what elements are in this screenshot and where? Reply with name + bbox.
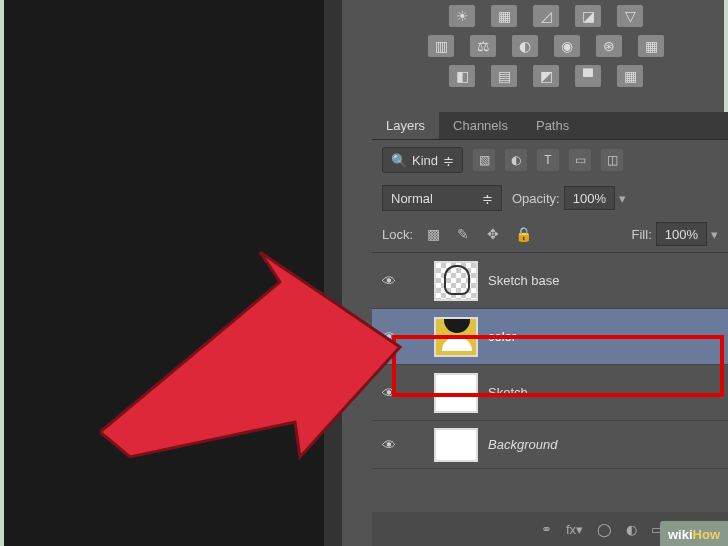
invert-icon[interactable]: ◧ — [449, 65, 475, 87]
posterize-icon[interactable]: ▤ — [491, 65, 517, 87]
filter-kind-label: Kind — [412, 153, 438, 168]
layer-name: Sketch — [488, 385, 528, 400]
layers-panel: Layers Channels Paths 🔍 Kind ≑ ▧ ◐ T ▭ ◫… — [372, 112, 728, 546]
lock-label: Lock: — [382, 227, 413, 242]
threshold-icon[interactable]: ◩ — [533, 65, 559, 87]
tab-layers[interactable]: Layers — [372, 112, 439, 139]
app-frame: ☀ ▦ ◿ ◪ ▽ ▥ ⚖ ◐ ◉ ⊛ ▦ ◧ ▤ ◩ ▀ ▦ Layers C… — [4, 0, 724, 546]
vibrance-icon[interactable]: ▽ — [617, 5, 643, 27]
panel-tabbar: Layers Channels Paths — [372, 112, 728, 140]
lock-transparent-icon[interactable]: ▩ — [423, 224, 443, 244]
canvas-dark — [4, 0, 324, 546]
layer-name: color — [488, 329, 516, 344]
filter-shape-icon[interactable]: ▭ — [569, 149, 591, 171]
fill-value[interactable]: 100% — [656, 222, 707, 246]
layers-list: 👁 Sketch base 👁 color 👁 Sketch 👁 — [372, 252, 728, 469]
visibility-icon[interactable]: 👁 — [378, 270, 400, 292]
balance-icon[interactable]: ⚖ — [470, 35, 496, 57]
dropdown-icon[interactable]: ▾ — [619, 191, 626, 206]
blend-mode-dropdown[interactable]: Normal ≑ — [382, 185, 502, 211]
filter-kind-dropdown[interactable]: 🔍 Kind ≑ — [382, 147, 463, 173]
lock-pixels-icon[interactable]: ✎ — [453, 224, 473, 244]
layer-row[interactable]: 👁 Background — [372, 421, 728, 469]
opacity-value[interactable]: 100% — [564, 186, 615, 210]
adjustment-icon[interactable]: ◐ — [626, 522, 637, 537]
levels-icon[interactable]: ▦ — [491, 5, 517, 27]
layer-name: Sketch base — [488, 273, 560, 288]
filter-pixel-icon[interactable]: ▧ — [473, 149, 495, 171]
layer-thumbnail[interactable] — [434, 373, 478, 413]
layer-thumbnail[interactable] — [434, 261, 478, 301]
lock-row: Lock: ▩ ✎ ✥ 🔒 Fill: 100% ▾ — [372, 216, 728, 252]
lock-position-icon[interactable]: ✥ — [483, 224, 503, 244]
opacity-label: Opacity: — [512, 191, 560, 206]
layer-row[interactable]: 👁 Sketch base — [372, 253, 728, 309]
lock-all-icon[interactable]: 🔒 — [513, 224, 533, 244]
watermark-suffix: How — [693, 527, 720, 542]
link-icon[interactable]: ⚭ — [541, 522, 552, 537]
curves-icon[interactable]: ◿ — [533, 5, 559, 27]
layer-row-selected[interactable]: 👁 color — [372, 309, 728, 365]
bw-icon[interactable]: ◐ — [512, 35, 538, 57]
layer-thumbnail[interactable] — [434, 428, 478, 462]
brightness-icon[interactable]: ☀ — [449, 5, 475, 27]
photo-filter-icon[interactable]: ◉ — [554, 35, 580, 57]
mixer-icon[interactable]: ⊛ — [596, 35, 622, 57]
filter-smart-icon[interactable]: ◫ — [601, 149, 623, 171]
visibility-icon[interactable]: 👁 — [378, 382, 400, 404]
adjustments-panel: ☀ ▦ ◿ ◪ ▽ ▥ ⚖ ◐ ◉ ⊛ ▦ ◧ ▤ ◩ ▀ ▦ — [368, 0, 724, 100]
layer-name: Background — [488, 437, 557, 452]
dropdown-icon[interactable]: ▾ — [711, 227, 718, 242]
filter-adjust-icon[interactable]: ◐ — [505, 149, 527, 171]
hue-icon[interactable]: ▥ — [428, 35, 454, 57]
fx-icon[interactable]: fx▾ — [566, 522, 583, 537]
exposure-icon[interactable]: ◪ — [575, 5, 601, 27]
dropdown-icon: ≑ — [443, 153, 454, 168]
fill-label: Fill: — [632, 227, 652, 242]
mask-icon[interactable]: ◯ — [597, 522, 612, 537]
search-icon: 🔍 — [391, 153, 407, 168]
tab-paths[interactable]: Paths — [522, 112, 583, 139]
blend-row: Normal ≑ Opacity: 100% ▾ — [372, 180, 728, 216]
filter-type-icon[interactable]: T — [537, 149, 559, 171]
selective-icon[interactable]: ▦ — [617, 65, 643, 87]
visibility-icon[interactable]: 👁 — [378, 326, 400, 348]
layer-thumbnail[interactable] — [434, 317, 478, 357]
layer-row[interactable]: 👁 Sketch — [372, 365, 728, 421]
watermark-prefix: wiki — [668, 527, 693, 542]
gradient-map-icon[interactable]: ▀ — [575, 65, 601, 87]
layer-filter-row: 🔍 Kind ≑ ▧ ◐ T ▭ ◫ — [372, 140, 728, 180]
watermark: wikiHow — [660, 521, 728, 546]
blend-mode-value: Normal — [391, 191, 433, 206]
document-area — [4, 0, 342, 546]
dropdown-icon: ≑ — [482, 191, 493, 206]
visibility-icon[interactable]: 👁 — [378, 434, 400, 456]
lookup-icon[interactable]: ▦ — [638, 35, 664, 57]
tab-channels[interactable]: Channels — [439, 112, 522, 139]
